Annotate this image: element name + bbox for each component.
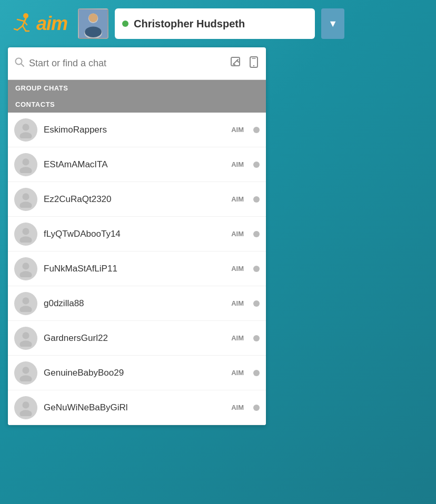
svg-point-30 xyxy=(19,236,32,243)
contact-avatar xyxy=(14,257,37,280)
status-dot xyxy=(122,21,128,27)
contact-row[interactable]: GardnersGurl22 AIM xyxy=(8,321,266,356)
contact-avatar xyxy=(14,223,37,246)
svg-point-37 xyxy=(22,367,29,374)
svg-point-32 xyxy=(19,271,32,277)
mobile-icon[interactable] xyxy=(248,55,260,72)
avatar xyxy=(78,8,108,39)
contact-service-label: AIM xyxy=(231,404,244,411)
svg-point-38 xyxy=(19,375,32,381)
svg-point-39 xyxy=(22,401,29,408)
svg-point-25 xyxy=(22,158,29,165)
contact-row[interactable]: fLyQTwDAbooTy14 AIM xyxy=(8,217,266,251)
svg-point-36 xyxy=(19,340,32,347)
svg-point-26 xyxy=(19,167,32,173)
svg-line-2 xyxy=(17,19,24,21)
runner-icon xyxy=(8,11,33,36)
contact-status-dot xyxy=(253,266,260,272)
svg-point-31 xyxy=(22,263,29,269)
contact-status-dot xyxy=(253,127,260,133)
chevron-down-icon: ▼ xyxy=(328,18,338,29)
contact-name: FuNkMaStAfLiP11 xyxy=(44,264,225,274)
contact-avatar xyxy=(14,396,37,419)
person-silhouette-icon xyxy=(17,399,34,416)
logo-text: aim xyxy=(36,13,67,35)
svg-point-24 xyxy=(19,132,32,138)
person-silhouette-icon xyxy=(17,365,34,381)
contact-row[interactable]: GeNuWiNeBaByGiRl AIM xyxy=(8,390,266,425)
contact-service-label: AIM xyxy=(231,369,244,377)
svg-line-18 xyxy=(237,61,239,62)
svg-point-27 xyxy=(22,193,29,200)
main-panel: GROUP CHATS CONTACTS EskimoRappers AIM xyxy=(8,47,266,425)
svg-point-29 xyxy=(22,228,29,235)
person-silhouette-icon xyxy=(17,226,34,243)
contact-avatar xyxy=(14,292,37,315)
contact-avatar xyxy=(14,188,37,211)
contact-row[interactable]: GenuineBabyBoo29 AIM xyxy=(8,356,266,390)
compose-icon[interactable] xyxy=(229,55,243,72)
contact-status-dot xyxy=(253,196,260,203)
contact-name: Ez2CuRaQt2320 xyxy=(44,194,225,205)
contact-service-label: AIM xyxy=(231,299,244,307)
contact-status-dot xyxy=(253,162,260,168)
svg-point-28 xyxy=(19,201,32,208)
contact-row[interactable]: FuNkMaStAfLiP11 AIM xyxy=(8,251,266,286)
contact-service-label: AIM xyxy=(231,334,244,342)
search-input[interactable] xyxy=(29,58,225,69)
contact-service-label: AIM xyxy=(231,230,244,238)
person-silhouette-icon xyxy=(17,156,34,173)
contact-status-dot xyxy=(253,405,260,411)
svg-line-6 xyxy=(14,29,17,30)
svg-point-35 xyxy=(22,332,29,339)
svg-line-4 xyxy=(17,26,23,30)
contact-name: GardnersGurl22 xyxy=(44,333,225,344)
svg-line-19 xyxy=(233,64,235,65)
user-info-bar: Christopher Hudspeth xyxy=(115,8,315,39)
contacts-header: CONTACTS xyxy=(8,96,266,113)
contact-name: GenuineBabyBoo29 xyxy=(44,368,225,378)
contact-row[interactable]: g0dzilla88 AIM xyxy=(8,286,266,321)
contact-avatar xyxy=(14,118,37,142)
svg-line-16 xyxy=(233,61,236,64)
person-silhouette-icon xyxy=(17,295,34,312)
contact-avatar xyxy=(14,327,37,350)
svg-point-0 xyxy=(23,13,28,18)
contact-row[interactable]: Ez2CuRaQt2320 AIM xyxy=(8,182,266,217)
contact-service-label: AIM xyxy=(231,195,244,203)
toolbar-icons xyxy=(229,55,260,72)
contact-name: GeNuWiNeBaByGiRl xyxy=(44,402,225,413)
app-header: aim Christopher Hudspeth ▼ xyxy=(0,0,436,47)
dropdown-button[interactable]: ▼ xyxy=(321,8,344,39)
username-label: Christopher Hudspeth xyxy=(134,18,308,30)
contact-name: g0dzilla88 xyxy=(44,298,225,309)
group-chats-header: GROUP CHATS xyxy=(8,80,266,96)
person-silhouette-icon xyxy=(17,260,34,277)
contact-avatar xyxy=(14,361,37,385)
contact-name: fLyQTwDAbooTy14 xyxy=(44,229,225,239)
contact-row[interactable]: EskimoRappers AIM xyxy=(8,113,266,147)
svg-point-21 xyxy=(253,65,254,66)
contacts-list: EskimoRappers AIM EStAmAMacITA AIM Ez2Cu… xyxy=(8,113,266,425)
contact-name: EStAmAMacITA xyxy=(44,159,225,170)
contact-service-label: AIM xyxy=(231,160,244,168)
contact-status-dot xyxy=(253,370,260,376)
svg-point-33 xyxy=(22,297,29,304)
aim-logo: aim xyxy=(8,11,67,36)
svg-point-40 xyxy=(19,410,32,416)
contact-service-label: AIM xyxy=(231,265,244,273)
contact-row[interactable]: EStAmAMacITA AIM xyxy=(8,147,266,182)
svg-point-23 xyxy=(22,124,29,130)
contact-avatar xyxy=(14,153,37,176)
person-silhouette-icon xyxy=(17,122,34,138)
search-icon xyxy=(14,57,25,70)
person-silhouette-icon xyxy=(17,330,34,347)
svg-line-14 xyxy=(21,64,24,66)
contact-service-label: AIM xyxy=(231,126,244,134)
contact-status-dot xyxy=(253,335,260,341)
svg-point-34 xyxy=(19,306,32,312)
svg-line-5 xyxy=(23,26,26,31)
search-bar xyxy=(8,47,266,80)
contact-status-dot xyxy=(253,231,260,237)
person-silhouette-icon xyxy=(17,191,34,208)
